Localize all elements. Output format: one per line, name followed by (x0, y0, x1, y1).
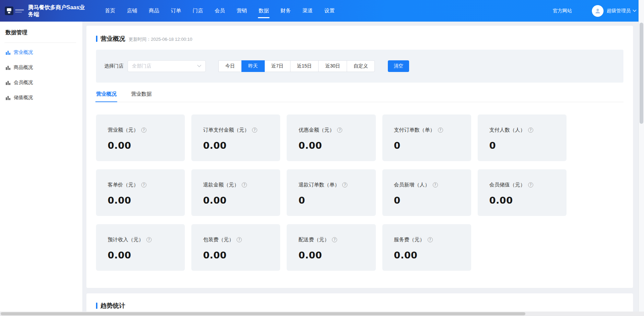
date-range-button-label: 自定义 (354, 63, 368, 69)
help-icon[interactable]: ? (141, 182, 146, 187)
sidebar-item[interactable]: 商品概况 (0, 60, 82, 75)
stat-label: 服务费（元） ? (394, 236, 465, 243)
stat-value: 0 (394, 195, 465, 206)
date-range-button-label: 昨天 (248, 63, 258, 69)
business-overview-panel: 营业概况 更新时间：2025-06-18 12:00:10 选择门店 全部门店 (86, 26, 633, 288)
help-icon[interactable]: ? (242, 182, 247, 187)
nav-menu-item-label: 商品 (149, 8, 159, 14)
date-range-button[interactable]: 近15日 (290, 60, 319, 72)
sidebar: 数据管理 营业概况 (0, 22, 82, 316)
official-site-link[interactable]: 官方网站 (553, 8, 572, 14)
sidebar-item[interactable]: 会员概况 (0, 75, 82, 90)
help-icon[interactable]: ? (438, 127, 443, 133)
nav-menu-item-label: 订单 (171, 8, 181, 14)
date-range-button[interactable]: 昨天 (241, 60, 265, 72)
bar-chart-icon (5, 50, 11, 55)
nav-menu-item[interactable]: 首页 (105, 0, 115, 22)
stat-card: 优惠金额（元） ? 0.00 (287, 114, 375, 161)
stat-value: 0.00 (203, 195, 274, 206)
store-select[interactable]: 全部门店 (128, 60, 206, 72)
overview-tab[interactable]: 营业概况 (96, 91, 117, 102)
help-icon[interactable]: ? (342, 182, 347, 187)
stat-value: 0.00 (108, 140, 179, 151)
section-header: 营业概况 更新时间：2025-06-18 12:00:10 (96, 35, 623, 43)
clear-button[interactable]: 清空 (388, 60, 409, 72)
stat-card: 支付订单数（单） ? 0 (382, 114, 471, 161)
date-range-button[interactable]: 自定义 (347, 60, 375, 72)
filter-bar: 选择门店 全部门店 今日 昨天 (96, 50, 623, 83)
help-icon[interactable]: ? (428, 237, 433, 242)
date-range-button-label: 近7日 (271, 63, 284, 69)
nav-menu-item[interactable]: 渠道 (302, 0, 313, 22)
user-menu[interactable]: 超级管理员 (592, 5, 636, 17)
section-accent-bar (96, 36, 97, 42)
nav-menu-item[interactable]: 设置 (324, 0, 335, 22)
trend-title: 趋势统计 (100, 302, 125, 310)
date-range-button[interactable]: 今日 (218, 60, 242, 72)
nav-menu-item[interactable]: 门店 (193, 0, 203, 22)
help-icon[interactable]: ? (528, 127, 533, 133)
stat-value: 0.00 (203, 250, 274, 260)
date-range-group: 今日 昨天 近7日 近15日 (219, 60, 375, 72)
stat-card: 支付人数（人） ? 0 (478, 114, 567, 161)
stat-card: 会员储值（元） ? 0.00 (478, 169, 567, 216)
stat-card: 营业额（元） ? 0.00 (96, 114, 185, 161)
date-range-button-label: 近15日 (297, 63, 312, 69)
help-icon[interactable]: ? (332, 237, 337, 242)
help-icon[interactable]: ? (141, 127, 146, 133)
horizontal-scrollbar[interactable] (0, 312, 644, 316)
nav-menu-item-label: 首页 (105, 8, 115, 14)
date-range-button-label: 今日 (225, 63, 235, 69)
overview-tab-label: 营业数据 (131, 91, 152, 97)
stat-value: 0.00 (394, 250, 465, 260)
date-range-button[interactable]: 近7日 (264, 60, 290, 72)
nav-menu-item-label: 设置 (324, 8, 335, 14)
sidebar-item-label: 营业概况 (14, 49, 33, 56)
nav-menu-item[interactable]: 订单 (171, 0, 181, 22)
bar-chart-icon (5, 65, 11, 70)
stat-label: 退款订单数（单） ? (298, 182, 369, 188)
user-icon (594, 8, 601, 14)
stat-label: 支付订单数（单） ? (394, 127, 465, 133)
stat-label: 会员新增（人） ? (394, 182, 465, 188)
stat-label: 优惠金额（元） ? (298, 127, 369, 133)
navbar-right: 官方网站 超级管理员 (553, 5, 636, 17)
vertical-scrollbar-thumb[interactable] (640, 23, 643, 124)
help-icon[interactable]: ? (237, 237, 242, 242)
nav-menu-item[interactable]: 营销 (237, 0, 247, 22)
stat-label: 订单支付金额（元） ? (203, 127, 274, 133)
stat-card: 客单价（元） ? 0.00 (96, 169, 185, 216)
overview-tab-label: 营业概况 (96, 91, 117, 97)
nav-menu-item[interactable]: 店铺 (127, 0, 137, 22)
nav-menu-item[interactable]: 财务 (281, 0, 291, 22)
nav-menu-item-label: 门店 (193, 8, 203, 14)
nav-menu-item-label: 会员 (215, 8, 225, 14)
nav-menu-item[interactable]: 商品 (149, 0, 159, 22)
overview-tabs: 营业概况 营业数据 (96, 91, 623, 102)
update-time: 更新时间：2025-06-18 12:00:10 (129, 35, 192, 42)
vertical-scrollbar[interactable] (639, 0, 644, 316)
stat-card: 会员新增（人） ? 0 (382, 169, 471, 216)
nav-menu-item[interactable]: 数据 (259, 0, 269, 22)
stat-card: 退款订单数（单） ? 0 (287, 169, 375, 216)
date-range-button[interactable]: 近30日 (318, 60, 347, 72)
help-icon[interactable]: ? (528, 182, 533, 187)
stat-value: 0.00 (489, 195, 560, 206)
sidebar-item[interactable]: 储值概况 (0, 90, 82, 105)
stats-grid: 营业额（元） ? 0.00 订单支付金额（元） ? 0.00 (96, 114, 567, 271)
overview-tab[interactable]: 营业数据 (131, 91, 152, 102)
stat-value: 0.00 (108, 195, 179, 206)
stat-value: 0 (489, 140, 560, 151)
store-select-placeholder: 全部门店 (132, 63, 197, 69)
help-icon[interactable]: ? (252, 127, 257, 133)
trend-section-header: 趋势统计 (96, 302, 623, 310)
section-accent-bar (96, 303, 97, 309)
help-icon[interactable]: ? (337, 127, 342, 133)
sidebar-nav: 营业概况 商品概况 (0, 45, 82, 105)
nav-menu-item-label: 营销 (237, 8, 247, 14)
help-icon[interactable]: ? (146, 237, 152, 242)
horizontal-scrollbar-thumb[interactable] (1, 312, 525, 315)
sidebar-item[interactable]: 营业概况 (0, 45, 82, 60)
help-icon[interactable]: ? (433, 182, 438, 187)
nav-menu-item[interactable]: 会员 (215, 0, 225, 22)
